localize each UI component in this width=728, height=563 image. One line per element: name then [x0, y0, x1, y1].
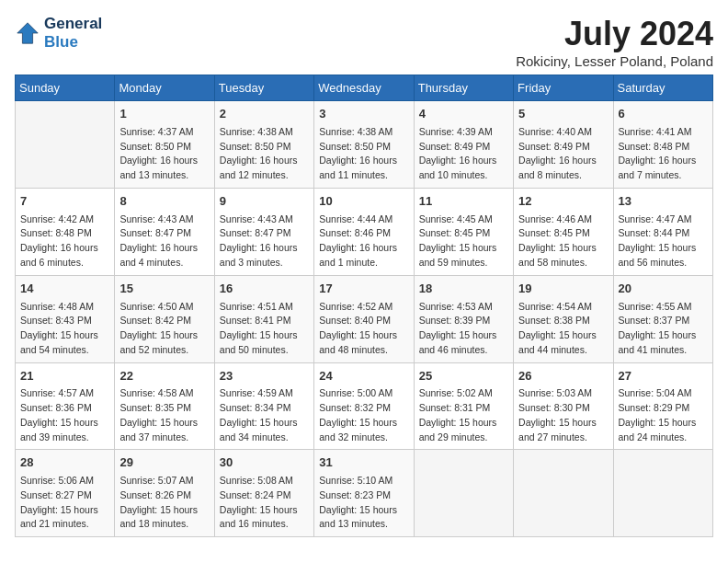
day-number: 7: [20, 193, 109, 211]
page-header: General Blue July 2024 Rokiciny, Lesser …: [15, 15, 713, 69]
day-number: 8: [119, 193, 209, 211]
week-row-1: 1Sunrise: 4:37 AMSunset: 8:50 PMDaylight…: [16, 101, 713, 189]
day-number: 23: [220, 368, 309, 385]
day-info: Sunrise: 4:40 AMSunset: 8:49 PMDaylight:…: [518, 125, 608, 183]
day-number: 18: [419, 281, 508, 298]
day-info: Sunrise: 4:53 AMSunset: 8:39 PMDaylight:…: [419, 300, 508, 358]
calendar-cell: 6Sunrise: 4:41 AMSunset: 8:48 PMDaylight…: [613, 101, 712, 189]
day-info: Sunrise: 4:48 AMSunset: 8:43 PMDaylight:…: [20, 300, 109, 358]
calendar-cell: 1Sunrise: 4:37 AMSunset: 8:50 PMDaylight…: [115, 101, 214, 189]
day-info: Sunrise: 4:57 AMSunset: 8:36 PMDaylight:…: [20, 386, 109, 444]
day-number: 14: [20, 281, 109, 298]
calendar-cell: 9Sunrise: 4:43 AMSunset: 8:47 PMDaylight…: [214, 188, 313, 275]
calendar-cell: 31Sunrise: 5:10 AMSunset: 8:23 PMDayligh…: [314, 450, 414, 537]
month-title: July 2024: [516, 15, 713, 53]
day-number: 28: [20, 454, 109, 472]
week-row-5: 28Sunrise: 5:06 AMSunset: 8:27 PMDayligh…: [16, 450, 713, 537]
weekday-header-row: SundayMondayTuesdayWednesdayThursdayFrid…: [16, 75, 713, 101]
calendar-cell: 2Sunrise: 4:38 AMSunset: 8:50 PMDaylight…: [214, 101, 313, 189]
calendar-cell: [613, 450, 712, 537]
location: Rokiciny, Lesser Poland, Poland: [516, 53, 713, 69]
day-info: Sunrise: 4:38 AMSunset: 8:50 PMDaylight:…: [319, 125, 408, 183]
day-info: Sunrise: 4:44 AMSunset: 8:46 PMDaylight:…: [319, 213, 408, 270]
day-number: 3: [319, 106, 408, 123]
calendar-cell: 13Sunrise: 4:47 AMSunset: 8:44 PMDayligh…: [613, 188, 712, 275]
day-info: Sunrise: 4:47 AMSunset: 8:44 PMDaylight:…: [619, 213, 708, 270]
day-info: Sunrise: 4:55 AMSunset: 8:37 PMDaylight:…: [619, 300, 708, 358]
calendar-cell: 7Sunrise: 4:42 AMSunset: 8:48 PMDaylight…: [16, 188, 115, 275]
day-info: Sunrise: 4:43 AMSunset: 8:47 PMDaylight:…: [119, 213, 209, 270]
day-info: Sunrise: 4:41 AMSunset: 8:48 PMDaylight:…: [619, 125, 708, 183]
day-info: Sunrise: 5:07 AMSunset: 8:26 PMDaylight:…: [119, 474, 209, 532]
day-number: 31: [319, 454, 408, 472]
calendar-cell: 5Sunrise: 4:40 AMSunset: 8:49 PMDaylight…: [514, 101, 613, 189]
calendar-cell: 4Sunrise: 4:39 AMSunset: 8:49 PMDaylight…: [414, 101, 513, 189]
day-info: Sunrise: 4:59 AMSunset: 8:34 PMDaylight:…: [220, 386, 309, 444]
day-number: 20: [619, 281, 708, 298]
weekday-header-thursday: Thursday: [414, 75, 513, 101]
calendar-cell: 20Sunrise: 4:55 AMSunset: 8:37 PMDayligh…: [613, 275, 712, 362]
day-number: 25: [419, 368, 508, 385]
day-info: Sunrise: 4:54 AMSunset: 8:38 PMDaylight:…: [518, 300, 608, 358]
day-number: 17: [319, 281, 408, 298]
calendar-cell: 15Sunrise: 4:50 AMSunset: 8:42 PMDayligh…: [115, 275, 214, 362]
weekday-header-saturday: Saturday: [613, 75, 712, 101]
day-info: Sunrise: 4:58 AMSunset: 8:35 PMDaylight:…: [119, 386, 209, 444]
day-number: 1: [119, 106, 209, 123]
logo: General Blue: [15, 15, 102, 52]
day-number: 15: [119, 281, 209, 298]
calendar-cell: 8Sunrise: 4:43 AMSunset: 8:47 PMDaylight…: [115, 188, 214, 275]
calendar-cell: 19Sunrise: 4:54 AMSunset: 8:38 PMDayligh…: [514, 275, 613, 362]
day-number: 9: [220, 193, 309, 211]
day-number: 10: [319, 193, 408, 211]
calendar-cell: 16Sunrise: 4:51 AMSunset: 8:41 PMDayligh…: [214, 275, 313, 362]
calendar-cell: 14Sunrise: 4:48 AMSunset: 8:43 PMDayligh…: [16, 275, 115, 362]
calendar-cell: 25Sunrise: 5:02 AMSunset: 8:31 PMDayligh…: [414, 362, 513, 450]
day-number: 16: [220, 281, 309, 298]
day-info: Sunrise: 4:45 AMSunset: 8:45 PMDaylight:…: [419, 213, 508, 270]
calendar-cell: 23Sunrise: 4:59 AMSunset: 8:34 PMDayligh…: [214, 362, 313, 450]
day-number: 30: [220, 454, 309, 472]
calendar-cell: 28Sunrise: 5:06 AMSunset: 8:27 PMDayligh…: [16, 450, 115, 537]
calendar-cell: 30Sunrise: 5:08 AMSunset: 8:24 PMDayligh…: [214, 450, 313, 537]
day-info: Sunrise: 5:00 AMSunset: 8:32 PMDaylight:…: [319, 386, 408, 444]
calendar-cell: 26Sunrise: 5:03 AMSunset: 8:30 PMDayligh…: [514, 362, 613, 450]
day-number: 24: [319, 368, 408, 385]
calendar-cell: 3Sunrise: 4:38 AMSunset: 8:50 PMDaylight…: [314, 101, 414, 189]
day-info: Sunrise: 5:03 AMSunset: 8:30 PMDaylight:…: [518, 386, 608, 444]
week-row-3: 14Sunrise: 4:48 AMSunset: 8:43 PMDayligh…: [16, 275, 713, 362]
day-number: 12: [518, 193, 608, 211]
week-row-4: 21Sunrise: 4:57 AMSunset: 8:36 PMDayligh…: [16, 362, 713, 450]
calendar-table: SundayMondayTuesdayWednesdayThursdayFrid…: [15, 75, 713, 537]
day-info: Sunrise: 4:43 AMSunset: 8:47 PMDaylight:…: [220, 213, 309, 270]
weekday-header-sunday: Sunday: [16, 75, 115, 101]
day-info: Sunrise: 4:42 AMSunset: 8:48 PMDaylight:…: [20, 213, 109, 270]
logo-text: General Blue: [44, 15, 102, 52]
day-number: 26: [518, 368, 608, 385]
calendar-cell: 18Sunrise: 4:53 AMSunset: 8:39 PMDayligh…: [414, 275, 513, 362]
calendar-cell: 21Sunrise: 4:57 AMSunset: 8:36 PMDayligh…: [16, 362, 115, 450]
day-info: Sunrise: 4:37 AMSunset: 8:50 PMDaylight:…: [119, 125, 209, 183]
weekday-header-tuesday: Tuesday: [214, 75, 313, 101]
day-number: 29: [119, 454, 209, 472]
day-info: Sunrise: 5:02 AMSunset: 8:31 PMDaylight:…: [419, 386, 508, 444]
weekday-header-friday: Friday: [514, 75, 613, 101]
day-info: Sunrise: 4:38 AMSunset: 8:50 PMDaylight:…: [220, 125, 309, 183]
day-info: Sunrise: 5:06 AMSunset: 8:27 PMDaylight:…: [20, 474, 109, 532]
calendar-cell: 24Sunrise: 5:00 AMSunset: 8:32 PMDayligh…: [314, 362, 414, 450]
day-info: Sunrise: 4:50 AMSunset: 8:42 PMDaylight:…: [119, 300, 209, 358]
weekday-header-monday: Monday: [115, 75, 214, 101]
calendar-cell: 29Sunrise: 5:07 AMSunset: 8:26 PMDayligh…: [115, 450, 214, 537]
day-info: Sunrise: 4:51 AMSunset: 8:41 PMDaylight:…: [220, 300, 309, 358]
calendar-cell: 22Sunrise: 4:58 AMSunset: 8:35 PMDayligh…: [115, 362, 214, 450]
day-number: 13: [619, 193, 708, 211]
logo-icon: [15, 20, 40, 46]
day-number: 11: [419, 193, 508, 211]
calendar-cell: 12Sunrise: 4:46 AMSunset: 8:45 PMDayligh…: [514, 188, 613, 275]
calendar-cell: [514, 450, 613, 537]
day-number: 5: [518, 106, 608, 123]
day-info: Sunrise: 5:04 AMSunset: 8:29 PMDaylight:…: [619, 386, 708, 444]
day-number: 22: [119, 368, 209, 385]
day-number: 6: [619, 106, 708, 123]
calendar-cell: 27Sunrise: 5:04 AMSunset: 8:29 PMDayligh…: [613, 362, 712, 450]
